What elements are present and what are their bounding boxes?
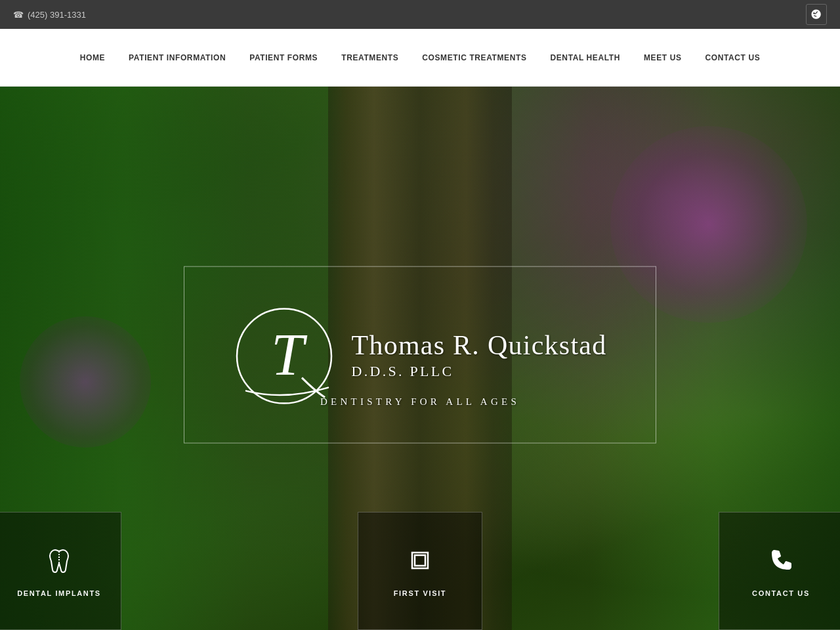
contact-us-icon (765, 545, 797, 580)
card-contact-us[interactable]: CONTACT US (719, 512, 840, 630)
logo-text-block: Thomas R. Quickstad D.D.S. PLLC (351, 330, 606, 380)
nav-treatments[interactable]: TREATMENTS (329, 29, 410, 87)
hero-section: T Thomas R. Quickstad D.D.S. PLLC DENTIS… (0, 87, 840, 630)
svg-rect-4 (415, 555, 425, 566)
yelp-button[interactable] (806, 4, 827, 25)
logo-subtitle: D.D.S. PLLC (351, 363, 606, 380)
tagline: DENTISTRY FOR ALL AGES (320, 396, 520, 408)
top-bar: ☎ (425) 391-1331 (0, 0, 840, 29)
logo-box: T Thomas R. Quickstad D.D.S. PLLC (184, 266, 656, 444)
svg-text:T: T (271, 322, 308, 387)
card-dental-implants[interactable]: DENTAL IMPLANTS (0, 512, 121, 630)
flowers-left (20, 316, 151, 448)
card-first-visit-label: FIRST VISIT (394, 589, 447, 597)
card-contact-us-label: CONTACT US (752, 589, 810, 597)
phone-number: ☎ (425) 391-1331 (13, 10, 86, 20)
monogram-svg: T (233, 303, 338, 408)
nav-meet-us[interactable]: MEET US (632, 29, 694, 87)
first-visit-icon (404, 545, 436, 580)
nav-home[interactable]: HOME (68, 29, 117, 87)
nav-dental-health[interactable]: DENTAL HEALTH (539, 29, 632, 87)
nav-patient-forms[interactable]: PATIENT FORMS (238, 29, 329, 87)
nav-cosmetic-treatments[interactable]: COSMETIC TREATMENTS (410, 29, 538, 87)
logo-inner: T Thomas R. Quickstad D.D.S. PLLC (233, 303, 606, 408)
card-dental-implants-label: DENTAL IMPLANTS (17, 589, 101, 597)
phone-icon: ☎ (13, 10, 24, 20)
main-nav: HOME PATIENT INFORMATION PATIENT FORMS T… (0, 29, 840, 87)
dental-implants-icon (43, 545, 75, 580)
nav-contact-us[interactable]: CONTACT US (694, 29, 772, 87)
nav-patient-information[interactable]: PATIENT INFORMATION (117, 29, 238, 87)
card-first-visit[interactable]: FIRST VISIT (358, 512, 482, 630)
logo-name: Thomas R. Quickstad (351, 330, 606, 360)
bottom-cards: DENTAL IMPLANTS FIRST VISIT CONTACT U (0, 512, 840, 630)
